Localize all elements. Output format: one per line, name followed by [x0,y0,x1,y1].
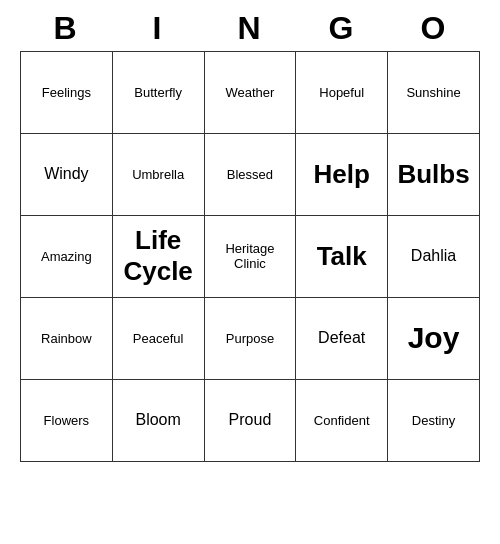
bingo-cell: Purpose [204,297,296,379]
header-letter: O [388,10,480,47]
bingo-cell: Confident [296,379,388,461]
bingo-cell: Windy [21,133,113,215]
table-row: WindyUmbrellaBlessedHelpBulbs [21,133,480,215]
header-letter: I [112,10,204,47]
bingo-cell: HeritageClinic [204,215,296,297]
bingo-cell: Umbrella [112,133,204,215]
bingo-cell: Amazing [21,215,113,297]
bingo-cell: Rainbow [21,297,113,379]
bingo-cell: Butterfly [112,51,204,133]
table-row: RainbowPeacefulPurposeDefeatJoy [21,297,480,379]
bingo-cell: Talk [296,215,388,297]
bingo-cell: Bulbs [388,133,480,215]
table-row: FeelingsButterflyWeatherHopefulSunshine [21,51,480,133]
bingo-cell: Hopeful [296,51,388,133]
bingo-cell: Dahlia [388,215,480,297]
bingo-cell: Blessed [204,133,296,215]
bingo-header: BINGO [20,10,480,47]
header-letter: N [204,10,296,47]
header-letter: B [20,10,112,47]
bingo-cell: Peaceful [112,297,204,379]
header-letter: G [296,10,388,47]
bingo-cell: Flowers [21,379,113,461]
bingo-cell: Weather [204,51,296,133]
bingo-cell: LifeCycle [112,215,204,297]
table-row: AmazingLifeCycleHeritageClinicTalkDahlia [21,215,480,297]
bingo-cell: Destiny [388,379,480,461]
bingo-grid: FeelingsButterflyWeatherHopefulSunshineW… [20,51,480,462]
bingo-cell: Bloom [112,379,204,461]
bingo-cell: Help [296,133,388,215]
bingo-cell: Defeat [296,297,388,379]
bingo-cell: Feelings [21,51,113,133]
bingo-cell: Sunshine [388,51,480,133]
bingo-cell: Proud [204,379,296,461]
bingo-cell: Joy [388,297,480,379]
table-row: FlowersBloomProudConfidentDestiny [21,379,480,461]
